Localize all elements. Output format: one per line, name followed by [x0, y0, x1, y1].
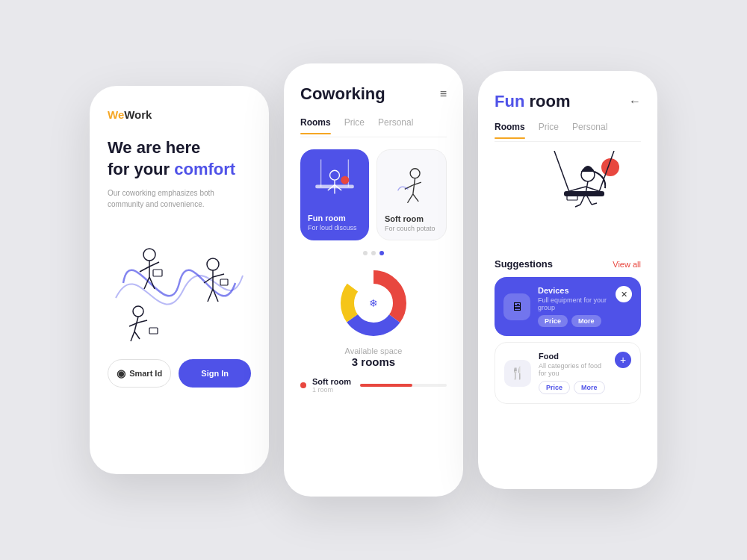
svg-line-41 — [554, 151, 569, 192]
svg-line-16 — [131, 332, 134, 341]
fun-room-card[interactable]: Fun room For loud discuss — [300, 149, 369, 240]
food-card[interactable]: 🍴 Food All categories of food for you Pr… — [495, 342, 641, 404]
svg-point-12 — [133, 306, 143, 317]
food-add-btn[interactable]: + — [615, 352, 631, 368]
svg-text:❄: ❄ — [369, 297, 378, 309]
dot-2[interactable] — [371, 251, 376, 255]
fun-room-sub: For loud discuss — [308, 224, 362, 231]
logo-work: Work — [124, 108, 152, 121]
svg-line-46 — [569, 187, 586, 191]
tab3-rooms[interactable]: Rooms — [495, 122, 525, 135]
tab3-personal[interactable]: Personal — [572, 122, 607, 135]
screen2-title: Coworking — [300, 84, 385, 104]
tab-price[interactable]: Price — [344, 117, 365, 131]
svg-line-17 — [134, 332, 140, 339]
tab-personal[interactable]: Personal — [378, 117, 413, 131]
action-buttons: ◉ Smart Id Sign In — [108, 359, 251, 388]
donut-section: ❄ Available space 3 rooms — [300, 266, 447, 368]
logo-we: We — [108, 108, 124, 121]
svg-line-3 — [149, 262, 159, 267]
hero-comfort: comfort — [174, 160, 235, 178]
svg-rect-18 — [153, 270, 162, 276]
carousel-dots — [300, 251, 447, 255]
devices-card[interactable]: 🖥 Devices Full equipment for your group … — [495, 277, 641, 336]
progress-bar — [360, 384, 447, 387]
svg-line-47 — [586, 187, 599, 191]
progress-bar-fill — [360, 384, 412, 387]
soft-room-list-sub: 1 room — [312, 386, 351, 393]
devices-price-btn[interactable]: Price — [538, 315, 568, 327]
svg-line-33 — [407, 194, 412, 203]
svg-point-0 — [143, 249, 155, 261]
devices-icon: 🖥 — [503, 293, 530, 320]
swing-illustration — [495, 151, 641, 248]
svg-rect-20 — [149, 328, 158, 334]
svg-line-15 — [138, 320, 147, 323]
room-cards: Fun room For loud discuss So — [300, 149, 447, 240]
hero-title: We are here for your comfort — [108, 137, 251, 180]
soft-room-sub: For couch potato — [385, 225, 438, 232]
smart-id-button[interactable]: ◉ Smart Id — [108, 359, 171, 388]
svg-line-34 — [413, 194, 418, 202]
fingerprint-icon: ◉ — [117, 367, 125, 379]
food-more-btn[interactable]: More — [574, 381, 605, 394]
screen3-title: Fun room — [495, 92, 570, 111]
dot-1[interactable] — [363, 251, 368, 255]
food-title: Food — [539, 352, 607, 361]
soft-room-list-title: Soft room — [312, 377, 351, 386]
hero-illustration — [108, 223, 250, 343]
back-button[interactable]: ← — [629, 95, 641, 108]
screen-fun-room: Fun room ← Rooms Price Personal — [478, 71, 657, 489]
sign-in-button[interactable]: Sign In — [179, 359, 251, 388]
suggestions-header: Suggestions View all — [495, 258, 641, 270]
logo: WeWork — [108, 108, 251, 121]
screen-coworking: Coworking ≡ Rooms Price Personal — [284, 63, 463, 497]
svg-line-10 — [208, 289, 213, 302]
screen3-header: Fun room ← — [495, 92, 641, 111]
soft-dot — [300, 382, 306, 388]
devices-more-btn[interactable]: More — [571, 315, 601, 327]
svg-line-30 — [413, 178, 415, 194]
hero-subtitle: Our coworking emphasizes both community … — [108, 187, 227, 210]
tabs3-nav: Rooms Price Personal — [495, 122, 641, 142]
soft-room-card[interactable]: Soft room For couch potato — [376, 149, 447, 240]
devices-title: Devices — [538, 286, 608, 295]
suggestions-title: Suggestions — [495, 258, 553, 270]
screen-landing: WeWork We are here for your comfort Our … — [90, 86, 269, 474]
tab-rooms[interactable]: Rooms — [300, 117, 331, 131]
svg-line-50 — [575, 205, 580, 207]
food-sub: All categories of food for you — [539, 362, 607, 377]
svg-point-6 — [207, 258, 219, 270]
menu-icon[interactable]: ≡ — [440, 87, 447, 101]
svg-line-14 — [129, 323, 138, 326]
svg-point-28 — [341, 176, 349, 184]
svg-line-2 — [140, 267, 149, 272]
svg-rect-19 — [220, 279, 228, 285]
soft-room-row: Soft room 1 room — [300, 377, 447, 393]
donut-chart: ❄ — [336, 266, 411, 340]
devices-close-btn[interactable]: ✕ — [616, 286, 632, 302]
food-price-btn[interactable]: Price — [539, 381, 570, 394]
svg-line-9 — [213, 274, 224, 277]
rooms-count: 3 rooms — [352, 355, 395, 368]
available-label: Available space — [345, 346, 403, 355]
svg-point-29 — [410, 169, 420, 178]
devices-sub: Full equipment for your group — [538, 296, 608, 311]
tabs-nav: Rooms Price Personal — [300, 117, 447, 137]
dot-3[interactable] — [379, 251, 384, 255]
food-icon: 🍴 — [504, 360, 531, 387]
svg-point-24 — [330, 170, 340, 180]
svg-line-51 — [592, 203, 597, 205]
view-all-link[interactable]: View all — [613, 260, 641, 269]
tab3-price[interactable]: Price — [539, 122, 559, 135]
screen2-header: Coworking ≡ — [300, 84, 447, 104]
